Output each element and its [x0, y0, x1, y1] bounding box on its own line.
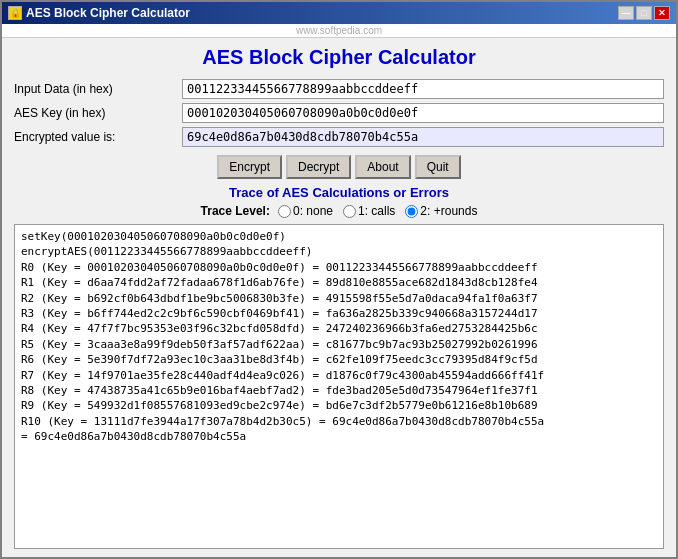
- app-content: AES Block Cipher Calculator Input Data (…: [2, 38, 676, 557]
- encrypted-label: Encrypted value is:: [14, 127, 174, 147]
- input-data-label: Input Data (in hex): [14, 79, 174, 99]
- output-line: R9 (Key = 549932d1f08557681093ed9cbe2c97…: [21, 398, 657, 413]
- app-icon: 🔒: [8, 6, 22, 20]
- output-line: encryptAES(00112233445566778899aabbccdde…: [21, 244, 657, 259]
- trace-radio-1[interactable]: 1: calls: [343, 204, 395, 218]
- output-line: R7 (Key = 14f9701ae35fe28c440adf4d4ea9c0…: [21, 368, 657, 383]
- minimize-button[interactable]: —: [618, 6, 634, 20]
- trace-radio-2[interactable]: 2: +rounds: [405, 204, 477, 218]
- trace-radio-input-0[interactable]: [278, 205, 291, 218]
- about-button[interactable]: About: [355, 155, 410, 179]
- trace-radio-input-1[interactable]: [343, 205, 356, 218]
- encrypt-button[interactable]: Encrypt: [217, 155, 282, 179]
- watermark: www.softpedia.com: [2, 24, 676, 38]
- quit-button[interactable]: Quit: [415, 155, 461, 179]
- encrypted-value-field[interactable]: [182, 127, 664, 147]
- trace-radio-label-1: 1: calls: [358, 204, 395, 218]
- trace-radio-group: 0: none 1: calls 2: +rounds: [278, 204, 477, 218]
- trace-section: Trace of AES Calculations or Errors Trac…: [14, 185, 664, 218]
- aes-key-label: AES Key (in hex): [14, 103, 174, 123]
- output-line: R8 (Key = 47438735a41c65b9e016baf4aebf7a…: [21, 383, 657, 398]
- action-buttons: Encrypt Decrypt About Quit: [14, 155, 664, 179]
- input-data-field[interactable]: [182, 79, 664, 99]
- trace-radio-input-2[interactable]: [405, 205, 418, 218]
- output-line: R10 (Key = 13111d7fe3944a17f307a78b4d2b3…: [21, 414, 657, 429]
- output-line: R3 (Key = b6ff744ed2c2c9bf6c590cbf0469bf…: [21, 306, 657, 321]
- trace-title: Trace of AES Calculations or Errors: [14, 185, 664, 200]
- app-title: AES Block Cipher Calculator: [14, 46, 664, 69]
- titlebar-buttons: — □ ✕: [618, 6, 670, 20]
- titlebar-left: 🔒 AES Block Cipher Calculator: [8, 6, 190, 20]
- maximize-button[interactable]: □: [636, 6, 652, 20]
- output-line: = 69c4e0d86a7b0430d8cdb78070b4c55a: [21, 429, 657, 444]
- close-button[interactable]: ✕: [654, 6, 670, 20]
- output-line: R0 (Key = 000102030405060708090a0b0c0d0e…: [21, 260, 657, 275]
- trace-level-label: Trace Level:: [201, 204, 270, 218]
- output-line: R5 (Key = 3caaa3e8a99f9deb50f3af57adf622…: [21, 337, 657, 352]
- output-line: R1 (Key = d6aa74fdd2af72fadaa678f1d6ab76…: [21, 275, 657, 290]
- output-line: R6 (Key = 5e390f7df72a93ec10c3aa31be8d3f…: [21, 352, 657, 367]
- window-title: AES Block Cipher Calculator: [26, 6, 190, 20]
- trace-radio-label-2: 2: +rounds: [420, 204, 477, 218]
- trace-radio-0[interactable]: 0: none: [278, 204, 333, 218]
- decrypt-button[interactable]: Decrypt: [286, 155, 351, 179]
- main-window: 🔒 AES Block Cipher Calculator — □ ✕ www.…: [0, 0, 678, 559]
- trace-radio-label-0: 0: none: [293, 204, 333, 218]
- output-area[interactable]: setKey(000102030405060708090a0b0c0d0e0f)…: [14, 224, 664, 549]
- form-grid: Input Data (in hex) AES Key (in hex) Enc…: [14, 79, 664, 147]
- titlebar: 🔒 AES Block Cipher Calculator — □ ✕: [2, 2, 676, 24]
- output-line: R4 (Key = 47f7f7bc95353e03f96c32bcfd058d…: [21, 321, 657, 336]
- trace-level-row: Trace Level: 0: none 1: calls 2: +rounds: [14, 204, 664, 218]
- output-line: setKey(000102030405060708090a0b0c0d0e0f): [21, 229, 657, 244]
- aes-key-field[interactable]: [182, 103, 664, 123]
- output-line: R2 (Key = b692cf0b643dbdf1be9bc5006830b3…: [21, 291, 657, 306]
